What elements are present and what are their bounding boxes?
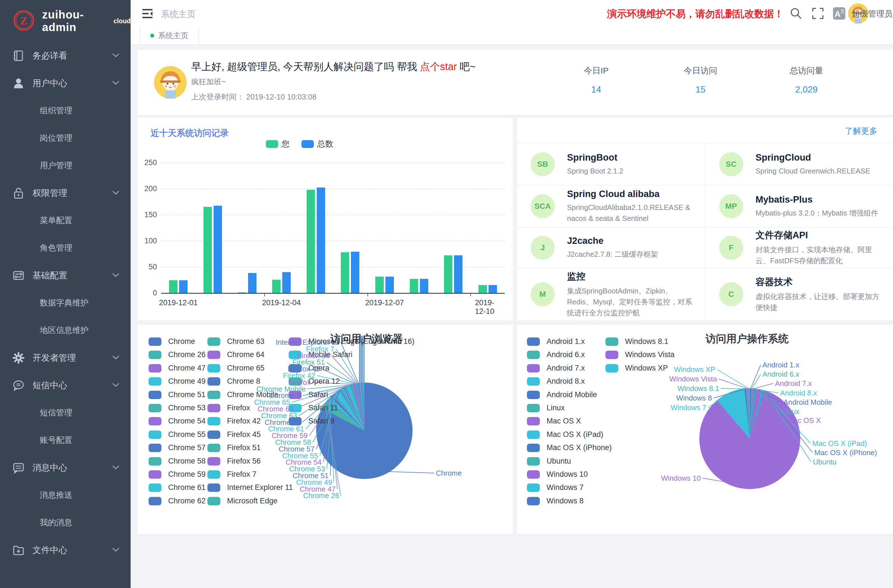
sidebar-item-4[interactable]: 岗位管理 bbox=[0, 125, 131, 152]
legend-swatch[interactable] bbox=[149, 350, 161, 359]
legend-swatch[interactable] bbox=[149, 444, 161, 452]
legend-swatch[interactable] bbox=[207, 457, 220, 466]
legend-swatch[interactable] bbox=[207, 404, 220, 412]
bar-总数-2019-12-03[interactable] bbox=[248, 273, 257, 293]
legend-item-label[interactable]: Chrome bbox=[168, 337, 195, 346]
current-user-name[interactable]: 超级管理员 bbox=[852, 8, 893, 20]
bar-总数-2019-12-04[interactable] bbox=[282, 272, 291, 293]
sidebar-item-13[interactable]: 短信中心 bbox=[0, 371, 131, 399]
breadcrumb[interactable]: 系统主页 bbox=[161, 8, 195, 20]
legend-swatch[interactable] bbox=[606, 364, 618, 373]
os-pie-panel[interactable]: Android 1.xAndroid 6.xAndroid 7.xAndroid… bbox=[517, 325, 893, 534]
legend-swatch[interactable] bbox=[207, 497, 220, 505]
legend-item-label[interactable]: Windows 8 bbox=[547, 497, 583, 505]
legend-item-label[interactable]: Chrome 55 bbox=[168, 430, 206, 439]
sidebar-item-14[interactable]: 短信管理 bbox=[0, 399, 131, 427]
bar-您-2019-12-04[interactable] bbox=[272, 280, 281, 293]
legend-item-label[interactable]: Chrome 54 bbox=[168, 417, 206, 426]
legend-item-label[interactable]: Windows 7 bbox=[547, 483, 583, 492]
legend-item-label[interactable]: Android Mobile bbox=[547, 390, 597, 399]
legend-swatch[interactable] bbox=[149, 337, 161, 346]
legend-swatch[interactable] bbox=[207, 483, 220, 492]
sidebar-item-6[interactable]: 权限管理 bbox=[0, 179, 131, 207]
legend-item-label[interactable]: Internet Explorer 11 bbox=[227, 483, 293, 492]
bar-总数-2019-12-10[interactable] bbox=[489, 285, 497, 293]
sidebar-item-19[interactable]: 文件中心 bbox=[0, 537, 131, 564]
legend-swatch[interactable] bbox=[149, 457, 161, 466]
bar-总数-2019-12-05[interactable] bbox=[317, 188, 325, 293]
legend-swatch[interactable] bbox=[207, 417, 220, 426]
legend-swatch[interactable] bbox=[527, 457, 540, 466]
sidebar-item-15[interactable]: 账号配置 bbox=[0, 427, 131, 454]
legend-swatch[interactable] bbox=[527, 483, 540, 492]
sidebar-item-3[interactable]: 组织管理 bbox=[0, 97, 131, 125]
legend-item-label[interactable]: Chrome 63 bbox=[227, 337, 265, 346]
logo[interactable]: Z zuihou-admin cloud bbox=[0, 0, 131, 42]
sidebar-item-8[interactable]: 角色管理 bbox=[0, 234, 131, 262]
legend-item-label[interactable]: Firefox 42 bbox=[227, 417, 261, 426]
legend-swatch[interactable] bbox=[149, 391, 161, 399]
bar-总数-2019-12-02[interactable] bbox=[213, 206, 222, 293]
legend-item-label[interactable]: Chrome 64 bbox=[227, 350, 265, 359]
bar-总数-2019-12-07[interactable] bbox=[385, 277, 394, 293]
legend-item-label[interactable]: Firefox 45 bbox=[227, 430, 261, 439]
legend-item-label[interactable]: Safari bbox=[308, 390, 328, 399]
legend-swatch[interactable] bbox=[527, 350, 540, 359]
bar-您-2019-12-07[interactable] bbox=[375, 277, 384, 293]
legend-swatch[interactable] bbox=[527, 377, 540, 386]
language-icon[interactable]: A 文 bbox=[832, 6, 846, 22]
legend-item-label[interactable]: 总数 bbox=[317, 138, 334, 150]
legend-item-label[interactable]: Windows 8.1 bbox=[625, 337, 669, 346]
legend-item-label[interactable]: Android 6.x bbox=[547, 350, 585, 359]
legend-item-label[interactable]: Android 7.x bbox=[547, 364, 585, 373]
legend-item-label[interactable]: Linux bbox=[547, 404, 565, 412]
legend-item-label[interactable]: Safari 11 bbox=[308, 404, 338, 412]
bar-总数-2019-12-06[interactable] bbox=[351, 252, 359, 293]
legend-swatch[interactable] bbox=[527, 430, 540, 439]
legend-swatch[interactable] bbox=[527, 470, 540, 479]
legend-item-label[interactable]: Safari 9 bbox=[308, 417, 334, 426]
fullscreen-icon[interactable] bbox=[810, 6, 825, 22]
bar-总数-2019-12-09[interactable] bbox=[454, 255, 463, 293]
sidebar-item-5[interactable]: 用户管理 bbox=[0, 152, 131, 179]
legend-swatch[interactable] bbox=[207, 391, 220, 399]
sidebar-item-7[interactable]: 菜单配置 bbox=[0, 207, 131, 234]
legend-swatch[interactable] bbox=[207, 470, 220, 479]
bar-您-2019-12-10[interactable] bbox=[478, 285, 487, 293]
legend-swatch[interactable] bbox=[207, 377, 220, 386]
legend-item-label[interactable]: Chrome 61 bbox=[168, 483, 206, 492]
bar-您-2019-12-05[interactable] bbox=[307, 190, 315, 293]
legend-swatch[interactable] bbox=[149, 404, 161, 412]
star-link[interactable]: 点个star bbox=[420, 61, 457, 72]
bar-总数-2019-12-01[interactable] bbox=[179, 280, 188, 293]
legend-swatch[interactable] bbox=[149, 470, 161, 479]
legend-item-label[interactable]: Windows Vista bbox=[625, 350, 675, 359]
legend-swatch[interactable] bbox=[207, 444, 220, 452]
browser-pie-panel[interactable]: ChromeChrome 26Chrome 47Chrome 49Chrome … bbox=[137, 325, 513, 534]
sidebar-item-2[interactable]: 用户中心 bbox=[0, 69, 131, 97]
search-icon[interactable] bbox=[789, 6, 803, 22]
legend-swatch[interactable] bbox=[266, 140, 278, 148]
bar-您-2019-12-02[interactable] bbox=[203, 207, 212, 293]
legend-item-label[interactable]: Chrome 62 bbox=[168, 497, 206, 505]
bar-总数-2019-12-08[interactable] bbox=[420, 279, 428, 293]
legend-swatch[interactable] bbox=[207, 337, 220, 346]
legend-item-label[interactable]: Mac OS X (iPad) bbox=[547, 430, 603, 439]
sidebar-item-16[interactable]: 消息中心 bbox=[0, 454, 131, 481]
legend-item-label[interactable]: Ubuntu bbox=[547, 457, 571, 466]
legend-swatch[interactable] bbox=[149, 377, 161, 386]
legend-swatch[interactable] bbox=[527, 337, 540, 346]
legend-item-label[interactable]: Microsoft Edge bbox=[227, 497, 278, 505]
legend-item-label[interactable]: Firefox 51 bbox=[227, 444, 261, 452]
legend-swatch[interactable] bbox=[149, 364, 161, 373]
sidebar-item-1[interactable]: 务必详看 bbox=[0, 42, 131, 69]
legend-item-label[interactable]: Chrome 8 bbox=[227, 377, 260, 386]
legend-swatch[interactable] bbox=[149, 417, 161, 426]
bar-您-2019-12-09[interactable] bbox=[444, 255, 453, 293]
sidebar-item-18[interactable]: 我的消息 bbox=[0, 509, 131, 537]
sidebar-item-10[interactable]: 数据字典维护 bbox=[0, 289, 131, 317]
learn-more-link[interactable]: 了解更多 bbox=[845, 126, 877, 137]
sidebar-item-17[interactable]: 消息推送 bbox=[0, 481, 131, 509]
legend-swatch[interactable] bbox=[207, 350, 220, 359]
bar-您-2019-12-08[interactable] bbox=[410, 279, 418, 293]
